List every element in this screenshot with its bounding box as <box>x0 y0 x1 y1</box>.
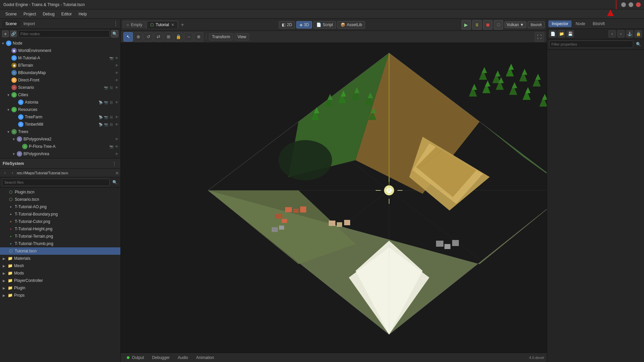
inspector-anchor-button[interactable]: ⚓ <box>626 30 633 38</box>
tab-output[interactable]: Output <box>123 355 147 361</box>
minimize-button[interactable] <box>621 2 626 7</box>
mode-script-icon: 📄 <box>316 22 321 27</box>
filter-nodes-input[interactable] <box>18 30 110 38</box>
vp-rotate-tool[interactable]: ↺ <box>144 32 153 42</box>
scene-panel-menu[interactable]: ⋮ <box>113 20 118 27</box>
play-button[interactable]: ▶ <box>462 20 471 29</box>
close-button[interactable] <box>636 2 641 7</box>
inspector-nav-back[interactable]: ‹ <box>608 30 616 38</box>
tree-item-treefarm[interactable]: ○ TreeFarm 📡 📷 ⛓ 👁 <box>0 113 120 121</box>
remote-button[interactable]: ⬡ <box>494 20 503 29</box>
fs-item-plugin[interactable]: ⬡ Plugin.tscn <box>0 188 120 196</box>
vp-move-tool[interactable]: ⊕ <box>133 32 143 42</box>
fs-forward-button[interactable]: › <box>9 170 15 176</box>
search-files-button[interactable]: 🔍 <box>111 179 118 186</box>
add-tab-button[interactable]: + <box>179 21 186 28</box>
vp-expand-button[interactable]: ⛶ <box>535 32 544 42</box>
label-trees: Trees <box>18 129 120 134</box>
tree-item-astonia[interactable]: ○ Astonia 📡 📷 ⛓ 👁 <box>0 99 120 106</box>
tab-inspector[interactable]: Inspector <box>548 20 572 27</box>
menu-help[interactable]: Help <box>76 11 90 17</box>
vp-transform-button[interactable]: Transform <box>209 33 233 41</box>
fs-folder-playercontroller[interactable]: ▶ 📁 PlayerController <box>0 277 120 284</box>
search-files-input[interactable] <box>2 179 110 186</box>
tree-item-bpolygon2[interactable]: ▼ ○ BPolygonArea2 👁 <box>0 135 120 143</box>
fs-item-color[interactable]: ▪ T-Tutorial-Color.png <box>0 218 120 225</box>
vis-icon-treefarm: 👁 <box>114 115 119 119</box>
tab-animation[interactable]: Animation <box>193 355 217 361</box>
inspector-save-button[interactable]: 💾 <box>567 30 574 38</box>
tree-item-bpolygon[interactable]: ▼ ○ BPolygonArea 👁 <box>0 150 120 158</box>
viewport[interactable]: Perspective <box>121 43 547 353</box>
bitshift-button[interactable]: Bitshift <box>528 21 545 28</box>
tree-item-trees[interactable]: ▼ ○ Trees <box>0 128 120 135</box>
vp-view-button[interactable]: View <box>234 33 249 41</box>
menu-project[interactable]: Project <box>21 11 39 17</box>
vp-select-tool[interactable]: ↖ <box>123 32 133 42</box>
fs-folder-props[interactable]: ▶ 📁 Props <box>0 292 120 299</box>
vp-scale-tool[interactable]: ⇄ <box>154 32 163 42</box>
mode-2d-button[interactable]: ◧ 2D <box>279 21 295 28</box>
tree-item-pflora[interactable]: ○ P-Flora-Tree-A 📷 👁 <box>0 143 120 150</box>
stop-button[interactable]: ⏹ <box>483 20 492 29</box>
tree-item-bterrain[interactable]: ◼ BTerrain 👁 <box>0 62 120 69</box>
filter-properties-button[interactable]: 🔍 <box>635 41 642 48</box>
tree-item-worldenv[interactable]: ◉ WorldEnvironment <box>0 47 120 54</box>
tree-item-cities[interactable]: ▼ ○ Cities <box>0 91 120 99</box>
inspector-doc-button[interactable]: 📄 <box>549 30 556 38</box>
mode-assetlib-button[interactable]: 📦 AssetLib <box>337 21 365 28</box>
add-node-button[interactable]: + <box>2 31 9 37</box>
tree-item-bboundary[interactable]: ○ BBoundaryMap 👁 <box>0 69 120 76</box>
renderer-selector[interactable]: Vulkan ▼ <box>504 21 526 28</box>
vis-icon-pflora: 👁 <box>114 144 119 149</box>
fs-item-ao[interactable]: ▪ T-Tutorial-AO.png <box>0 203 120 210</box>
inspector-lock-button[interactable]: 🔒 <box>635 30 642 38</box>
tree-item-node[interactable]: ▼ ○ Node <box>0 40 120 47</box>
vp-snap-tool[interactable]: → <box>184 32 193 42</box>
tab-debugger[interactable]: Debugger <box>149 355 173 361</box>
fs-item-thumb[interactable]: ▪ T-Tutorial-Thumb.png <box>0 240 120 247</box>
inspector-folder-button[interactable]: 📁 <box>558 30 565 38</box>
tab-tutorial-close[interactable]: ✕ <box>171 22 174 27</box>
fs-layout-button[interactable]: ≡ <box>116 170 118 176</box>
menu-debug[interactable]: Debug <box>40 11 57 17</box>
fs-folder-plugin[interactable]: ▶ 📁 Plugin <box>0 284 120 292</box>
tab-audio[interactable]: Audio <box>174 355 192 361</box>
tree-item-mtutorial[interactable]: ○ M-Tutorial-A 📷 👁 <box>0 54 120 62</box>
search-nodes-button[interactable]: 🔍 <box>111 30 118 38</box>
fs-item-boundary[interactable]: ▪ T-Tutorial-Boundary.png <box>0 210 120 218</box>
fs-back-button[interactable]: ‹ <box>2 170 8 176</box>
maximize-button[interactable] <box>629 2 633 7</box>
tab-node[interactable]: Node <box>572 20 589 27</box>
mode-script-button[interactable]: 📄 Script <box>313 21 336 28</box>
fs-folder-mods[interactable]: ▶ 📁 Mods <box>0 269 120 277</box>
fs-item-tutorial[interactable]: ⬡ Tutorial.tscn <box>0 247 120 255</box>
tab-empty[interactable]: ○ Empty <box>123 21 146 28</box>
tab-scene[interactable]: Scene <box>2 20 20 27</box>
filter-properties-input[interactable] <box>549 41 633 48</box>
menu-scene[interactable]: Scene <box>3 11 19 17</box>
fs-item-scenario[interactable]: ⬡ Scenario.tscn <box>0 196 120 203</box>
tree-item-timbermill[interactable]: ○ TimberMill 📡 📷 ⛓ 👁 <box>0 121 120 128</box>
vp-more-tool[interactable]: ⊕ <box>194 32 203 42</box>
window-controls[interactable] <box>621 2 641 7</box>
pause-button[interactable]: ⏸ <box>472 20 482 29</box>
vp-lock-tool[interactable]: 🔒 <box>174 32 183 42</box>
tree-item-directfront[interactable]: ✳ Direct-Front 👁 <box>0 76 120 84</box>
fs-folder-materials[interactable]: ▶ 📁 Materials <box>0 255 120 262</box>
fs-item-height[interactable]: ▪ T-Tutorial-Height.png <box>0 225 120 233</box>
fs-item-terrain[interactable]: ▪ T-Tutorial-Terrain.png <box>0 233 120 240</box>
tab-import[interactable]: Import <box>20 20 38 27</box>
vp-grid-tool[interactable]: ⊞ <box>164 32 173 42</box>
menu-editor[interactable]: Editor <box>59 11 74 17</box>
fs-menu-button[interactable]: ⋮ <box>111 160 118 167</box>
vp-separator-1 <box>206 34 206 40</box>
fs-folder-mesh[interactable]: ▶ 📁 Mesh <box>0 262 120 269</box>
tab-tutorial[interactable]: ⬡ Tutorial ✕ <box>147 21 178 28</box>
tree-item-scenario[interactable]: ○ Scenario 📷 ⛓ 👁 <box>0 84 120 91</box>
tab-bitshift[interactable]: Bitshift <box>589 20 608 27</box>
inspector-nav-fwd[interactable]: › <box>617 30 625 38</box>
link-node-button[interactable]: 🔗 <box>10 31 17 37</box>
mode-3d-button[interactable]: ◈ 3D <box>297 21 312 28</box>
tree-item-resources[interactable]: ▼ ○ Resources <box>0 106 120 113</box>
